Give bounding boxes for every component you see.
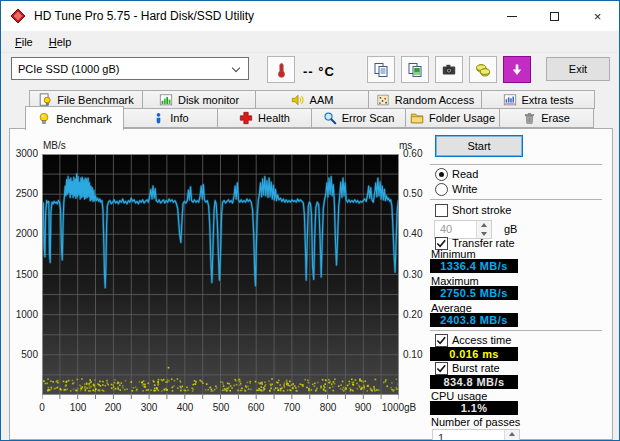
axis-tick: 1500	[10, 269, 38, 280]
axis-tick: 0.30	[403, 269, 422, 280]
extra-tests-icon	[503, 93, 517, 107]
start-button[interactable]: Start	[435, 135, 523, 157]
axis-tick: 200	[105, 402, 122, 413]
info-icon	[152, 112, 165, 125]
separator	[430, 164, 602, 165]
menu-bar: File Help	[1, 31, 619, 52]
tab-benchmark[interactable]: Benchmark	[25, 106, 124, 130]
axis-tick: 900	[355, 402, 372, 413]
file-benchmark-icon	[38, 93, 52, 107]
axis-tick: 1000	[10, 309, 38, 320]
tab-info[interactable]: Info	[123, 108, 218, 128]
health-icon	[239, 111, 253, 125]
burst-rate-label: Burst rate	[452, 362, 500, 374]
close-icon: ×	[594, 9, 602, 24]
check-icon	[436, 363, 447, 374]
temperature-readout: -- °C	[303, 64, 335, 79]
chevron-down-icon	[232, 64, 240, 72]
screenshot-icon	[441, 62, 457, 78]
window-title: HD Tune Pro 5.75 - Hard Disk/SSD Utility	[34, 9, 254, 23]
separator	[430, 199, 602, 200]
average-value: 2403.8 MB/s	[430, 313, 518, 327]
hdtune-window: HD Tune Pro 5.75 - Hard Disk/SSD Utility…	[0, 0, 620, 441]
temperature-button[interactable]	[267, 56, 295, 83]
tab-aam[interactable]: AAM	[255, 90, 369, 109]
copy-image-button[interactable]	[401, 56, 429, 83]
save-results-icon	[475, 62, 491, 78]
axis-tick: 500	[213, 402, 230, 413]
axis-tick: 0.10	[403, 349, 422, 360]
axis-tick: 500	[10, 349, 38, 360]
copy-text-icon	[373, 62, 389, 78]
aam-icon	[291, 93, 305, 107]
axis-tick: 3000	[10, 148, 38, 159]
copy-text-button[interactable]	[367, 56, 395, 83]
short-stroke-checkbox[interactable]	[435, 204, 448, 217]
passes-label: Number of passes	[431, 416, 520, 428]
menu-help[interactable]: Help	[41, 33, 80, 51]
axis-tick: 0	[39, 402, 45, 413]
tab-folder-usage[interactable]: Folder Usage	[405, 108, 500, 128]
axis-tick: 0.20	[403, 309, 422, 320]
maximize-icon	[550, 12, 559, 21]
passes-value: 1	[438, 432, 444, 441]
spinner-buttons[interactable]	[504, 430, 519, 441]
short-stroke-label: Short stroke	[452, 204, 511, 216]
short-stroke-size-value: 40	[440, 223, 452, 235]
axis-tick: 600	[248, 402, 265, 413]
spin-up-icon	[481, 223, 487, 227]
thermometer-icon	[273, 62, 289, 78]
separator	[430, 330, 602, 331]
read-radio[interactable]	[435, 168, 448, 181]
maximize-button[interactable]	[533, 1, 576, 31]
tab-disk-monitor[interactable]: Disk monitor	[142, 90, 256, 109]
short-stroke-unit-label: gB	[504, 223, 517, 235]
copy-image-icon	[407, 62, 423, 78]
spin-up-icon	[509, 432, 515, 436]
axis-tick: 800	[320, 402, 337, 413]
screenshot-button[interactable]	[435, 56, 463, 83]
download-update-button[interactable]	[503, 56, 531, 83]
spin-down-icon	[481, 232, 487, 236]
passes-spinner[interactable]: 1	[432, 429, 520, 441]
axis-tick: 1000gB	[382, 402, 416, 413]
read-radio-label: Read	[452, 168, 478, 180]
access-time-value: 0.016 ms	[430, 347, 518, 361]
benchmark-chart: MB/s ms 300025002000150010005000.600.500…	[10, 129, 612, 439]
tab-erase[interactable]: Erase	[499, 108, 594, 128]
axis-tick: 0.60	[403, 148, 422, 159]
window-controls: ×	[490, 1, 619, 31]
drive-select-value: PCIe SSD (1000 gB)	[18, 63, 120, 75]
toolbar: PCIe SSD (1000 gB) -- °C Exit	[1, 52, 619, 89]
minimize-button[interactable]	[490, 1, 533, 31]
title-bar: HD Tune Pro 5.75 - Hard Disk/SSD Utility…	[1, 1, 619, 31]
tab-row-lower: Benchmark Info Health Error Scan Folder …	[25, 108, 593, 130]
drive-select[interactable]: PCIe SSD (1000 gB)	[11, 57, 249, 80]
app-icon	[10, 8, 26, 24]
cpu-usage-value: 1.1%	[430, 401, 518, 415]
error-scan-icon	[323, 111, 337, 125]
menu-file[interactable]: File	[7, 33, 41, 51]
axis-tick: 2500	[10, 188, 38, 199]
tab-error-scan[interactable]: Error Scan	[311, 108, 406, 128]
erase-icon	[523, 112, 536, 125]
axis-tick: 400	[177, 402, 194, 413]
save-results-button[interactable]	[469, 56, 497, 83]
folder-usage-icon	[410, 111, 424, 125]
axis-tick: 2000	[10, 228, 38, 239]
minimize-icon	[507, 16, 517, 17]
benchmark-icon	[37, 112, 51, 126]
tab-extra-tests[interactable]: Extra tests	[481, 90, 595, 109]
write-radio[interactable]	[435, 183, 448, 196]
tab-health[interactable]: Health	[217, 108, 312, 128]
tab-random-access[interactable]: Random Access	[368, 90, 482, 109]
axis-tick: 0.40	[403, 228, 422, 239]
close-button[interactable]: ×	[576, 1, 619, 31]
write-radio-label: Write	[452, 183, 477, 195]
spinner-buttons[interactable]	[476, 221, 491, 238]
burst-rate-checkbox[interactable]	[435, 362, 448, 375]
exit-button[interactable]: Exit	[546, 57, 610, 81]
access-time-checkbox[interactable]	[435, 334, 448, 347]
axis-tick: 700	[284, 402, 301, 413]
axis-tick: 300	[141, 402, 158, 413]
